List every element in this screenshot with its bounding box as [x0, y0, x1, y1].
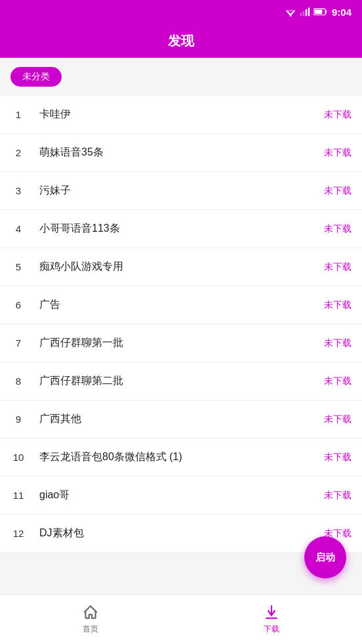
list-item-left: 11 giao哥 — [10, 488, 70, 502]
list-item[interactable]: 3 污妹子 未下载 — [0, 172, 362, 210]
item-status: 未下载 — [324, 299, 352, 311]
list-item[interactable]: 2 萌妹语音35条 未下载 — [0, 134, 362, 172]
item-name: 污妹子 — [39, 184, 71, 198]
list-item-left: 5 痴鸡小队游戏专用 — [10, 260, 123, 274]
item-status: 未下载 — [324, 376, 352, 387]
wifi-icon — [285, 7, 296, 16]
item-number: 10 — [10, 452, 26, 463]
item-number: 9 — [10, 414, 26, 425]
item-name: giao哥 — [39, 488, 70, 502]
item-status: 未下载 — [324, 147, 352, 159]
status-bar: 9:04 — [0, 0, 362, 24]
download-icon — [263, 604, 280, 621]
list-container: 1 卡哇伊 未下载 2 萌妹语音35条 未下载 3 污妹子 未下载 4 小哥哥语… — [0, 96, 362, 553]
svg-rect-8 — [325, 11, 327, 14]
filter-bar: 未分类 — [0, 58, 362, 96]
page-title: 发现 — [168, 32, 194, 50]
battery-icon — [313, 8, 328, 16]
list-item-left: 6 广告 — [10, 298, 60, 312]
item-status: 未下载 — [324, 223, 352, 235]
item-name: 小哥哥语音113条 — [39, 222, 120, 236]
item-number: 7 — [10, 337, 26, 349]
item-name: 卡哇伊 — [39, 108, 71, 121]
svg-rect-4 — [303, 11, 304, 16]
list-item[interactable]: 5 痴鸡小队游戏专用 未下载 — [0, 248, 362, 286]
nav-home[interactable]: 首页 — [0, 604, 181, 635]
filter-tag-uncategorized[interactable]: 未分类 — [10, 67, 62, 87]
item-name: 李云龙语音包80条微信格式 (1) — [39, 450, 182, 464]
content-scroll: 1 卡哇伊 未下载 2 萌妹语音35条 未下载 3 污妹子 未下载 4 小哥哥语… — [0, 96, 362, 593]
svg-rect-6 — [308, 8, 310, 16]
item-name: 广告 — [39, 298, 60, 312]
item-name: 广西仔群聊第二批 — [39, 374, 123, 388]
item-number: 11 — [10, 490, 26, 501]
item-status: 未下载 — [324, 109, 352, 121]
list-item[interactable]: 4 小哥哥语音113条 未下载 — [0, 210, 362, 248]
item-number: 12 — [10, 528, 26, 539]
nav-download[interactable]: 下载 — [181, 604, 362, 635]
svg-rect-9 — [315, 10, 323, 14]
item-status: 未下载 — [324, 261, 352, 273]
item-number: 5 — [10, 261, 26, 272]
bottom-nav: 首页 下载 — [0, 594, 362, 644]
list-item-left: 1 卡哇伊 — [10, 108, 71, 121]
list-item[interactable]: 9 广西其他 未下载 — [0, 400, 362, 439]
item-status: 未下载 — [324, 414, 352, 425]
list-item-left: 2 萌妹语音35条 — [10, 146, 104, 160]
list-item-left: 7 广西仔群聊第一批 — [10, 336, 123, 350]
item-name: 广西其他 — [39, 412, 81, 426]
list-item[interactable]: 10 李云龙语音包80条微信格式 (1) 未下载 — [0, 439, 362, 477]
list-item[interactable]: 11 giao哥 未下载 — [0, 477, 362, 515]
list-item[interactable]: 6 广告 未下载 — [0, 286, 362, 324]
item-number: 6 — [10, 299, 26, 311]
item-name: DJ素材包 — [39, 526, 84, 540]
list-item-left: 9 广西其他 — [10, 412, 81, 426]
list-item[interactable]: 7 广西仔群聊第一批 未下载 — [0, 324, 362, 362]
item-status: 未下载 — [324, 490, 352, 502]
home-icon — [82, 604, 99, 621]
status-time: 9:04 — [332, 7, 352, 18]
svg-rect-5 — [306, 9, 307, 16]
status-icons — [285, 7, 328, 16]
item-status: 未下载 — [324, 185, 352, 197]
app-header: 发现 — [0, 24, 362, 58]
item-status: 未下载 — [324, 452, 352, 463]
nav-download-label: 下载 — [264, 624, 279, 635]
item-number: 4 — [10, 223, 26, 234]
item-number: 1 — [10, 109, 26, 120]
item-number: 3 — [10, 185, 26, 196]
item-number: 8 — [10, 376, 26, 387]
list-item-left: 3 污妹子 — [10, 184, 71, 198]
item-name: 广西仔群聊第一批 — [39, 336, 123, 350]
item-status: 未下载 — [324, 337, 352, 349]
nav-home-label: 首页 — [83, 624, 98, 635]
item-name: 痴鸡小队游戏专用 — [39, 260, 123, 274]
svg-rect-3 — [300, 13, 302, 16]
item-number: 2 — [10, 147, 26, 158]
signal-icon — [300, 7, 310, 16]
list-item-left: 10 李云龙语音包80条微信格式 (1) — [10, 450, 182, 464]
list-item-left: 4 小哥哥语音113条 — [10, 222, 120, 236]
list-item[interactable]: 1 卡哇伊 未下载 — [0, 96, 362, 134]
item-name: 萌妹语音35条 — [39, 146, 104, 160]
fab-launch[interactable]: 启动 — [304, 536, 346, 578]
list-item[interactable]: 8 广西仔群聊第二批 未下载 — [0, 362, 362, 400]
list-item-left: 12 DJ素材包 — [10, 526, 84, 540]
list-item-left: 8 广西仔群聊第二批 — [10, 374, 123, 388]
